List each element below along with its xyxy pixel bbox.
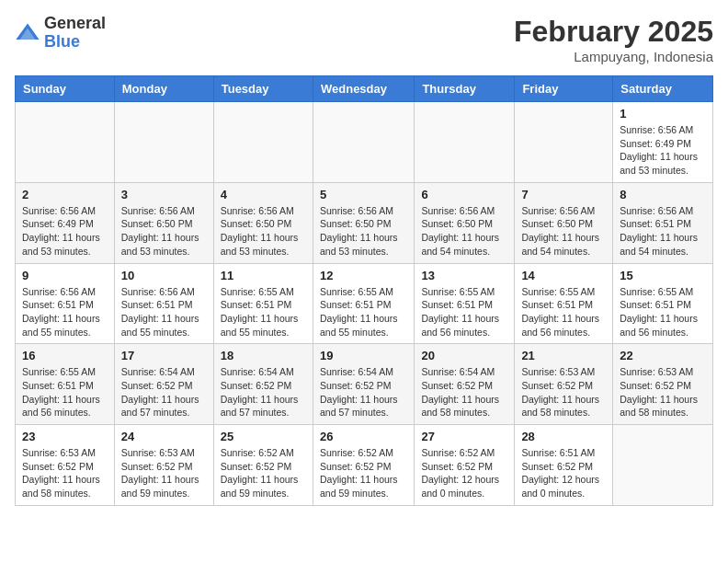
day-header-monday: Monday <box>114 76 213 102</box>
day-info: Sunrise: 6:54 AM Sunset: 6:52 PM Dayligh… <box>320 365 407 419</box>
day-number: 10 <box>121 269 207 282</box>
day-header-sunday: Sunday <box>16 76 115 102</box>
calendar-cell <box>415 102 515 183</box>
day-info: Sunrise: 6:56 AM Sunset: 6:51 PM Dayligh… <box>22 285 108 339</box>
day-number: 17 <box>121 349 207 362</box>
day-number: 25 <box>221 430 306 443</box>
calendar-cell: 17Sunrise: 6:54 AM Sunset: 6:52 PM Dayli… <box>114 344 213 425</box>
day-info: Sunrise: 6:53 AM Sunset: 6:52 PM Dayligh… <box>521 365 606 419</box>
day-number: 1 <box>620 107 706 121</box>
days-header-row: SundayMondayTuesdayWednesdayThursdayFrid… <box>16 76 713 102</box>
day-info: Sunrise: 6:56 AM Sunset: 6:51 PM Dayligh… <box>121 285 207 339</box>
day-number: 11 <box>221 269 306 282</box>
calendar-cell <box>313 102 414 183</box>
calendar-cell: 28Sunrise: 6:51 AM Sunset: 6:52 PM Dayli… <box>515 425 613 506</box>
calendar-cell: 18Sunrise: 6:54 AM Sunset: 6:52 PM Dayli… <box>213 344 313 425</box>
day-number: 14 <box>521 269 606 282</box>
day-info: Sunrise: 6:55 AM Sunset: 6:51 PM Dayligh… <box>22 365 108 419</box>
day-number: 13 <box>421 269 507 282</box>
day-info: Sunrise: 6:53 AM Sunset: 6:52 PM Dayligh… <box>121 446 207 500</box>
day-number: 15 <box>620 269 706 282</box>
day-number: 12 <box>320 269 407 282</box>
day-info: Sunrise: 6:56 AM Sunset: 6:50 PM Dayligh… <box>521 204 606 259</box>
week-row-1: 2Sunrise: 6:56 AM Sunset: 6:49 PM Daylig… <box>16 182 713 263</box>
day-info: Sunrise: 6:53 AM Sunset: 6:52 PM Dayligh… <box>620 365 706 419</box>
day-info: Sunrise: 6:52 AM Sunset: 6:52 PM Dayligh… <box>421 446 507 500</box>
calendar-cell: 26Sunrise: 6:52 AM Sunset: 6:52 PM Dayli… <box>313 425 414 506</box>
calendar-cell: 25Sunrise: 6:52 AM Sunset: 6:52 PM Dayli… <box>213 425 313 506</box>
page-header: General Blue February 2025 Lampuyang, In… <box>15 15 713 64</box>
day-info: Sunrise: 6:54 AM Sunset: 6:52 PM Dayligh… <box>421 365 507 419</box>
day-number: 19 <box>320 349 407 362</box>
day-number: 3 <box>121 188 207 201</box>
day-info: Sunrise: 6:52 AM Sunset: 6:52 PM Dayligh… <box>221 446 306 500</box>
day-info: Sunrise: 6:56 AM Sunset: 6:51 PM Dayligh… <box>620 204 706 259</box>
day-number: 16 <box>22 349 108 362</box>
day-info: Sunrise: 6:56 AM Sunset: 6:50 PM Dayligh… <box>221 204 306 259</box>
calendar-cell: 8Sunrise: 6:56 AM Sunset: 6:51 PM Daylig… <box>613 182 713 263</box>
day-number: 7 <box>521 188 606 201</box>
day-number: 2 <box>22 188 108 201</box>
calendar-cell: 13Sunrise: 6:55 AM Sunset: 6:51 PM Dayli… <box>415 263 515 344</box>
day-info: Sunrise: 6:55 AM Sunset: 6:51 PM Dayligh… <box>421 285 507 339</box>
calendar-cell <box>515 102 613 183</box>
day-header-friday: Friday <box>515 76 613 102</box>
calendar-table: SundayMondayTuesdayWednesdayThursdayFrid… <box>15 75 713 506</box>
day-number: 8 <box>620 188 706 201</box>
logo: General Blue <box>15 15 106 52</box>
calendar-cell <box>114 102 213 183</box>
day-info: Sunrise: 6:56 AM Sunset: 6:50 PM Dayligh… <box>421 204 507 259</box>
calendar-cell: 12Sunrise: 6:55 AM Sunset: 6:51 PM Dayli… <box>313 263 414 344</box>
day-info: Sunrise: 6:51 AM Sunset: 6:52 PM Dayligh… <box>521 446 606 500</box>
day-info: Sunrise: 6:56 AM Sunset: 6:49 PM Dayligh… <box>22 204 108 259</box>
day-info: Sunrise: 6:55 AM Sunset: 6:51 PM Dayligh… <box>221 285 306 339</box>
calendar-cell: 10Sunrise: 6:56 AM Sunset: 6:51 PM Dayli… <box>114 263 213 344</box>
calendar-cell: 16Sunrise: 6:55 AM Sunset: 6:51 PM Dayli… <box>16 344 115 425</box>
day-number: 21 <box>521 349 606 362</box>
calendar-cell: 7Sunrise: 6:56 AM Sunset: 6:50 PM Daylig… <box>515 182 613 263</box>
day-info: Sunrise: 6:56 AM Sunset: 6:49 PM Dayligh… <box>620 123 706 178</box>
day-header-wednesday: Wednesday <box>313 76 414 102</box>
calendar-cell <box>213 102 313 183</box>
logo-icon <box>15 20 40 46</box>
calendar-cell <box>613 425 713 506</box>
calendar-cell: 11Sunrise: 6:55 AM Sunset: 6:51 PM Dayli… <box>213 263 313 344</box>
day-info: Sunrise: 6:54 AM Sunset: 6:52 PM Dayligh… <box>121 365 207 419</box>
day-info: Sunrise: 6:54 AM Sunset: 6:52 PM Dayligh… <box>221 365 306 419</box>
day-header-tuesday: Tuesday <box>213 76 313 102</box>
day-number: 9 <box>22 269 108 282</box>
calendar-cell: 19Sunrise: 6:54 AM Sunset: 6:52 PM Dayli… <box>313 344 414 425</box>
day-info: Sunrise: 6:55 AM Sunset: 6:51 PM Dayligh… <box>320 285 407 339</box>
week-row-4: 23Sunrise: 6:53 AM Sunset: 6:52 PM Dayli… <box>16 425 713 506</box>
day-number: 18 <box>221 349 306 362</box>
day-info: Sunrise: 6:52 AM Sunset: 6:52 PM Dayligh… <box>320 446 407 500</box>
day-number: 22 <box>620 349 706 362</box>
day-info: Sunrise: 6:55 AM Sunset: 6:51 PM Dayligh… <box>620 285 706 339</box>
day-number: 26 <box>320 430 407 443</box>
calendar-cell: 14Sunrise: 6:55 AM Sunset: 6:51 PM Dayli… <box>515 263 613 344</box>
day-info: Sunrise: 6:53 AM Sunset: 6:52 PM Dayligh… <box>22 446 108 500</box>
day-info: Sunrise: 6:56 AM Sunset: 6:50 PM Dayligh… <box>320 204 407 259</box>
calendar-cell: 15Sunrise: 6:55 AM Sunset: 6:51 PM Dayli… <box>613 263 713 344</box>
day-number: 5 <box>320 188 407 201</box>
calendar-cell: 5Sunrise: 6:56 AM Sunset: 6:50 PM Daylig… <box>313 182 414 263</box>
logo-blue-text: Blue <box>44 33 106 52</box>
day-number: 20 <box>421 349 507 362</box>
day-header-thursday: Thursday <box>415 76 515 102</box>
logo-text: General Blue <box>44 15 106 52</box>
calendar-cell: 24Sunrise: 6:53 AM Sunset: 6:52 PM Dayli… <box>114 425 213 506</box>
day-number: 28 <box>521 430 606 443</box>
day-info: Sunrise: 6:56 AM Sunset: 6:50 PM Dayligh… <box>121 204 207 259</box>
month-year: February 2025 <box>514 15 713 49</box>
calendar-cell: 3Sunrise: 6:56 AM Sunset: 6:50 PM Daylig… <box>114 182 213 263</box>
calendar-cell <box>16 102 115 183</box>
day-info: Sunrise: 6:55 AM Sunset: 6:51 PM Dayligh… <box>521 285 606 339</box>
week-row-3: 16Sunrise: 6:55 AM Sunset: 6:51 PM Dayli… <box>16 344 713 425</box>
week-row-2: 9Sunrise: 6:56 AM Sunset: 6:51 PM Daylig… <box>16 263 713 344</box>
calendar-cell: 2Sunrise: 6:56 AM Sunset: 6:49 PM Daylig… <box>16 182 115 263</box>
location: Lampuyang, Indonesia <box>514 49 713 64</box>
calendar-cell: 9Sunrise: 6:56 AM Sunset: 6:51 PM Daylig… <box>16 263 115 344</box>
title-block: February 2025 Lampuyang, Indonesia <box>514 15 713 64</box>
calendar-cell: 22Sunrise: 6:53 AM Sunset: 6:52 PM Dayli… <box>613 344 713 425</box>
day-number: 27 <box>421 430 507 443</box>
